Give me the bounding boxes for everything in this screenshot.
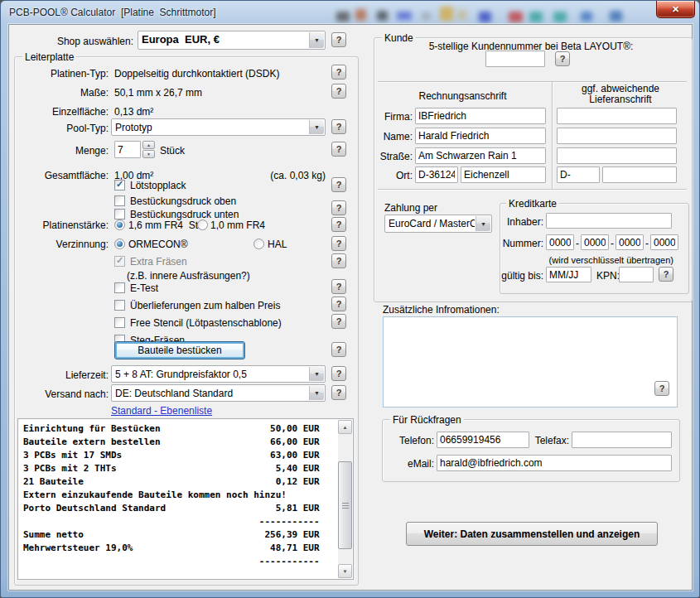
help-button-pool-typ[interactable]: ?	[331, 119, 346, 134]
close-icon: ✕	[672, 5, 679, 14]
kpn-input[interactable]	[619, 267, 654, 282]
platinen-typ-label: Platinen-Typ:	[17, 68, 109, 80]
checkbox-loetstopplack[interactable]: ✓	[114, 180, 125, 190]
radio-hal-label: HAL	[268, 239, 287, 250]
liefer-strasse-input[interactable]	[557, 147, 677, 164]
zusatzinfo-textarea[interactable]	[383, 316, 678, 408]
titlebar-blur-blob	[336, 12, 350, 22]
help-button-kundennummer[interactable]: ?	[555, 51, 570, 66]
scrollbar-thumb[interactable]	[338, 461, 352, 549]
kartennummer-input-3[interactable]	[616, 234, 644, 250]
kunde-separator-bottom	[378, 189, 687, 190]
gueltig-bis-input[interactable]	[546, 267, 591, 282]
menge-input[interactable]	[114, 141, 141, 158]
kundennummer-input[interactable]	[485, 51, 545, 67]
versand-select[interactable]: DE: Deutschland Standard ▼	[111, 384, 326, 402]
titlebar[interactable]: PCB-POOL® Calculator [Platine Schrittmot…	[1, 1, 699, 24]
firma-input[interactable]	[415, 108, 546, 124]
versand-label: Versand nach:	[17, 388, 109, 400]
help-button-free-stencil[interactable]: ?	[331, 314, 346, 329]
price-summary-scrollbar[interactable]: ▲ ▼	[338, 420, 352, 578]
help-button-zusatzinfo[interactable]: ?	[654, 381, 669, 396]
help-button-loetstopplack[interactable]: ?	[331, 177, 346, 192]
inhaber-input[interactable]	[546, 213, 672, 229]
einzelflaeche-value: 0,13 dm²	[114, 106, 153, 118]
liefer-firma-input[interactable]	[557, 108, 677, 124]
help-button-menge[interactable]: ?	[331, 142, 346, 157]
checkbox-free-stencil[interactable]	[114, 317, 125, 328]
window-title: PCB-POOL® Calculator [Platine Schrittmot…	[9, 7, 216, 18]
lieferzeit-select[interactable]: 5 + 8 AT: Grundpreisfaktor 0,5 ▼	[111, 365, 326, 383]
kartennummer-sep: -	[576, 238, 579, 249]
radio-staerke-10[interactable]	[197, 219, 208, 230]
einzelflaeche-label: Einzelfläche:	[17, 106, 109, 118]
verzinnung-label: Verzinnung:	[17, 239, 109, 250]
kartennummer-input-2[interactable]	[581, 234, 609, 250]
strasse-input[interactable]	[415, 147, 546, 164]
email-input[interactable]	[437, 455, 672, 471]
ebenenliste-link[interactable]: Standard - Ebenenliste	[111, 405, 212, 417]
help-button-extra-fraesen[interactable]: ?	[331, 253, 346, 268]
help-button-shop[interactable]: ?	[331, 32, 346, 47]
name-input[interactable]	[415, 128, 546, 144]
radio-staerke-16[interactable]	[114, 219, 125, 230]
help-button-bauteile[interactable]: ?	[331, 342, 346, 357]
anschrift-column-divider	[552, 82, 553, 190]
pool-typ-label: Pool-Typ:	[17, 123, 109, 134]
liefer-stadt-input[interactable]	[602, 166, 677, 183]
kartennummer-sep: -	[645, 238, 649, 249]
scroll-up-icon[interactable]: ▲	[338, 420, 352, 434]
name-label: Name:	[365, 131, 413, 142]
titlebar-blur-blob	[479, 12, 491, 22]
checkbox-bestueckungsdruck-oben[interactable]	[114, 195, 125, 206]
scroll-down-icon[interactable]: ▼	[338, 564, 352, 578]
help-button-ueberlieferungen[interactable]: ?	[331, 297, 346, 311]
kpn-label: KPN:	[596, 270, 620, 282]
titlebar-blur-blob	[509, 12, 523, 22]
telefon-input[interactable]	[437, 432, 529, 448]
help-button-etest[interactable]: ?	[331, 279, 346, 294]
plz-input[interactable]	[415, 166, 458, 183]
kunde-separator-top	[378, 81, 687, 82]
checkbox-ueberlieferungen-label: Überlieferungen zum halben Preis	[130, 300, 280, 311]
help-button-versand[interactable]: ?	[331, 385, 346, 400]
checkbox-ueberlieferungen[interactable]	[114, 300, 125, 311]
titlebar-blur-blob	[397, 12, 412, 20]
leiterplatte-group-label: Leiterplatte	[22, 51, 76, 63]
kartennummer-input-1[interactable]	[546, 234, 574, 250]
liefer-name-input[interactable]	[557, 128, 677, 144]
checkbox-bestueckungsdruck-unten[interactable]	[114, 209, 125, 219]
titlebar-blur-blob	[422, 12, 431, 20]
kartennummer-input-4[interactable]	[650, 234, 678, 250]
checkbox-etest[interactable]	[114, 282, 125, 293]
help-button-platinenstaerke[interactable]: ?	[331, 217, 346, 232]
stadt-input[interactable]	[461, 166, 546, 183]
weiter-button[interactable]: Weiter: Daten zusammenstellen und anzeig…	[406, 522, 658, 546]
kartennummer-sep: -	[611, 238, 614, 249]
liefer-plz-input[interactable]	[557, 166, 600, 183]
checkbox-extra-fraesen-label: Extra Fräsen	[130, 256, 187, 268]
pool-typ-select[interactable]: Prototyp ▼	[111, 118, 326, 136]
close-button[interactable]: ✕	[656, 1, 695, 18]
spinner-down-icon[interactable]: ▼	[142, 150, 155, 158]
help-button-bestueckungsdruck[interactable]: ?	[331, 200, 346, 215]
gueltig-bis-label: gültig bis:	[494, 270, 543, 282]
help-button-platinen-typ[interactable]: ?	[331, 65, 346, 80]
help-button-masse[interactable]: ?	[331, 84, 346, 99]
titlebar-blur-blob	[440, 7, 453, 21]
radio-ormecon[interactable]	[114, 239, 125, 249]
bauteile-bestuecken-button-label: Bauteile bestücken	[138, 345, 221, 356]
radio-staerke-16-label: 1,6 mm FR4 Sta	[128, 219, 204, 231]
bauteile-bestuecken-button[interactable]: Bauteile bestücken	[114, 341, 245, 359]
shop-select[interactable]: Europa EUR, € ▼	[138, 31, 326, 50]
ort-label: Ort:	[365, 170, 413, 181]
telefax-input[interactable]	[572, 432, 672, 448]
price-summary-box: Einrichtung für Bestücken 50,00 EUR Baut…	[17, 418, 354, 580]
checkbox-bestueckungsdruck-unten-label: Bestückungsdruck unten	[130, 209, 239, 220]
help-button-verzinnung[interactable]: ?	[331, 236, 346, 251]
spinner-up-icon[interactable]: ▲	[142, 141, 155, 149]
radio-hal[interactable]	[253, 239, 264, 249]
help-button-lieferzeit[interactable]: ?	[331, 366, 346, 381]
help-button-kpn[interactable]: ?	[659, 267, 673, 282]
zahlung-select[interactable]: EuroCard / MasterCard ▼	[384, 215, 492, 233]
